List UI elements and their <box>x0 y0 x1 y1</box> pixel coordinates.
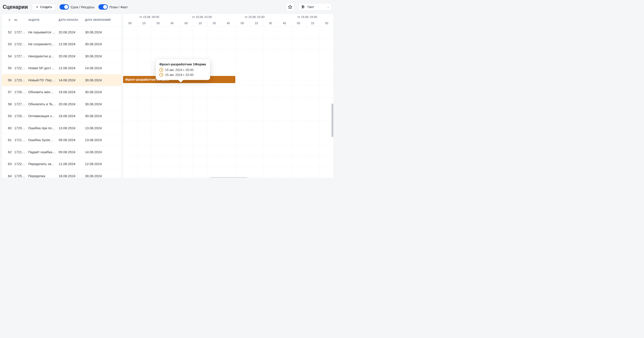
table-row[interactable]: 591725904Оптимизация запр16.08.202430.08… <box>2 110 122 122</box>
cell-task: Новый ПУ. Переход <box>27 78 57 82</box>
create-label: Создать <box>40 5 52 9</box>
table-row[interactable]: 631722218Переделать запрос11.08.202412.0… <box>2 158 122 170</box>
timeline-grid[interactable]: Фронт-разработчик 1Форма Фронт-разработч… <box>123 27 334 178</box>
cell-idx: 56 <box>2 78 13 82</box>
cell-end: 30.08.2024 <box>84 174 114 178</box>
switch-deadline-resources[interactable] <box>60 4 69 10</box>
cell-num: 1722634 <box>13 66 27 70</box>
cell-start: 20.08.2024 <box>57 54 84 58</box>
grid-row[interactable] <box>123 62 334 74</box>
grid-row[interactable] <box>123 50 334 62</box>
cell-num: 1727856 <box>13 54 27 58</box>
vertical-scrollbar[interactable] <box>332 103 333 137</box>
grid-row[interactable] <box>123 109 334 121</box>
table-row[interactable]: 581727720Обновлять в TaskSi20.08.202430.… <box>2 98 122 110</box>
toggle-deadline-resources: Срок / Ресурсы <box>60 4 94 10</box>
star-icon <box>288 5 292 9</box>
cell-idx: 58 <box>2 102 13 106</box>
cell-task: Обновлять в TaskSi <box>27 102 57 106</box>
cell-end: 14.08.2024 <box>84 66 114 70</box>
col-start[interactable]: ДАТА НАЧАЛА <box>57 18 84 22</box>
cell-idx: 55 <box>2 66 13 70</box>
cell-idx: 64 <box>2 174 13 178</box>
cell-start: 19.08.2024 <box>57 90 84 94</box>
table-row[interactable]: 601723255Ошибка при попыт13.08.202413.08… <box>2 122 122 134</box>
horizontal-scrollbar[interactable] <box>209 177 248 178</box>
table-row[interactable]: 551722634Новая SP достават12.08.202414.0… <box>2 62 122 74</box>
cell-start: 16.08.2024 <box>57 174 84 178</box>
grid-row[interactable] <box>123 133 334 144</box>
grid-row[interactable]: Фронт-разработчик 1Форма <box>123 74 334 86</box>
grid-row[interactable] <box>123 156 334 168</box>
table-row[interactable]: 571726583Обновить меню оп19.08.202430.08… <box>2 86 122 98</box>
cell-end: 30.08.2024 <box>84 78 114 82</box>
svg-rect-1 <box>302 6 304 6</box>
cell-end: 14.08.2024 <box>84 150 114 154</box>
cell-task: Оптимизация запр <box>27 114 57 118</box>
col-task[interactable]: ЗАДАЧА <box>27 18 57 22</box>
cell-num: 1723255 <box>13 126 27 130</box>
table-row[interactable]: 641725521Переделка16.08.202430.08.2024 <box>2 170 122 178</box>
table-row[interactable]: 541727856Некорректно работ20.08.202430.0… <box>2 50 122 62</box>
cell-task: Ошибка System.Dat <box>27 138 57 142</box>
cell-task: Не сохраняются на <box>27 42 57 46</box>
cell-num: 1721787 <box>13 138 27 142</box>
cell-idx: 63 <box>2 162 13 166</box>
grid-row[interactable] <box>123 168 334 178</box>
table-row[interactable]: 621721960Падает ошибка пр09.08.202414.08… <box>2 146 122 158</box>
grid-row[interactable] <box>123 144 334 156</box>
cell-end: 30.08.2024 <box>84 54 114 58</box>
cell-num: 1727643 <box>13 30 27 34</box>
gantt-main: # № ЗАДАЧА ДАТА НАЧАЛА ДАТА ОКОНЧАНИЯ 52… <box>2 14 334 178</box>
cell-idx: 54 <box>2 54 13 58</box>
timeline-segment: чт 15.08, 02:00 <box>228 14 281 20</box>
clock-icon <box>159 68 163 72</box>
grid-row[interactable] <box>123 97 334 109</box>
favorite-button[interactable] <box>286 3 294 11</box>
cell-num: 1721960 <box>13 150 27 154</box>
cell-task: Обновить меню оп <box>27 90 57 94</box>
grid-row[interactable] <box>123 85 334 97</box>
cell-start: 14.08.2024 <box>57 78 84 82</box>
cell-start: 09.08.2024 <box>57 138 84 142</box>
timeline-tick: 45 <box>222 20 236 26</box>
cell-end: 12.08.2024 <box>84 162 114 166</box>
table-row[interactable]: 561723864Новый ПУ. Переход14.08.202430.0… <box>2 74 122 86</box>
tooltip-start-line: 15 авг. 2024 г. 00:00 <box>159 68 206 72</box>
view-selector[interactable]: Гант ⌵ <box>298 3 332 11</box>
cell-idx: 53 <box>2 42 13 46</box>
cell-num: 1722218 <box>13 162 27 166</box>
table-row[interactable]: 611721787Ошибка System.Dat09.08.202413.0… <box>2 134 122 146</box>
cell-idx: 52 <box>2 30 13 34</box>
cell-task: Некорректно работ <box>27 54 57 58</box>
task-tooltip: Фронт-разработчик 1Форма 15 авг. 2024 г.… <box>156 59 210 80</box>
tooltip-end-line: 15 авг. 2024 г. 02:00 <box>159 73 206 77</box>
cell-num: 1723864 <box>13 78 27 82</box>
svg-rect-3 <box>302 8 303 8</box>
create-button[interactable]: ＋ Создать <box>32 3 56 11</box>
table-row[interactable]: 531722527Не сохраняются на12.08.202430.0… <box>2 38 122 50</box>
timeline-tick: 30 <box>320 20 334 26</box>
switch-plan-fact[interactable] <box>98 4 108 10</box>
grid-row[interactable] <box>123 121 334 133</box>
task-table: # № ЗАДАЧА ДАТА НАЧАЛА ДАТА ОКОНЧАНИЯ 52… <box>2 14 122 178</box>
toggle-label-1: Срок / Ресурсы <box>71 5 94 9</box>
svg-rect-2 <box>302 7 304 7</box>
grid-row[interactable] <box>123 27 334 38</box>
grid-row[interactable] <box>123 38 334 50</box>
cell-num: 1725904 <box>13 114 27 118</box>
col-idx[interactable]: # <box>2 18 13 22</box>
tooltip-end: 15 авг. 2024 г. 02:00 <box>165 73 194 77</box>
timeline-tick: 45 <box>165 20 179 26</box>
table-header: # № ЗАДАЧА ДАТА НАЧАЛА ДАТА ОКОНЧАНИЯ <box>2 14 122 26</box>
timeline-tick: 00 <box>179 20 193 26</box>
plus-icon: ＋ <box>35 5 39 9</box>
col-end[interactable]: ДАТА ОКОНЧАНИЯ <box>84 18 114 22</box>
col-num[interactable]: № <box>13 18 27 22</box>
cell-start: 09.08.2024 <box>57 150 84 154</box>
table-row[interactable]: 521727643Не скрывается ДП20.08.202430.08… <box>2 26 122 38</box>
tooltip-start: 15 авг. 2024 г. 00:00 <box>165 68 194 72</box>
cell-end: 13.08.2024 <box>84 138 114 142</box>
timeline-tick: 30 <box>151 20 165 26</box>
table-body[interactable]: 521727643Не скрывается ДП20.08.202430.08… <box>2 26 122 178</box>
